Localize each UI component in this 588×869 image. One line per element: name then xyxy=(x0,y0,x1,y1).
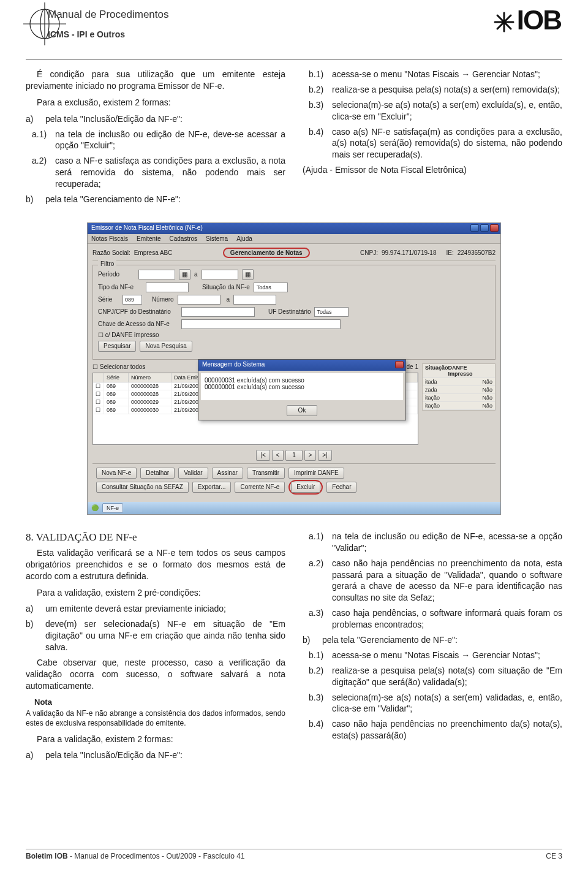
cnpj-label: CNPJ: xyxy=(360,249,378,256)
b2r-item-a1: na tela de inclusão ou edição de NF-e, a… xyxy=(303,531,562,554)
numero-input-to[interactable] xyxy=(233,295,276,305)
block2-left-column: 8. VALIDAÇÃO DE NF-e Esta validação veri… xyxy=(26,531,285,765)
nova-nfe-button[interactable]: Nova NF-e xyxy=(96,468,137,479)
chave-input[interactable] xyxy=(181,319,341,329)
b2r-item-b1: acessa-se o menu "Notas Fiscais → Gerenc… xyxy=(303,650,562,661)
text-block-2: 8. VALIDAÇÃO DE NF-e Esta validação veri… xyxy=(26,531,562,765)
menu-emitente[interactable]: Emitente xyxy=(137,235,160,242)
b2l-item-a2: pela tela "Inclusão/Edição da NF-e": xyxy=(26,749,285,761)
block1-left-column: É condição para sua utilização que um em… xyxy=(26,69,285,209)
imprimir-danfe-button[interactable]: Imprimir DANFE xyxy=(288,468,344,479)
bottom-toolbar: Nova NF-e Detalhar Validar Assinar Trans… xyxy=(92,463,496,480)
assinar-button[interactable]: Assinar xyxy=(212,468,243,479)
b1l-formas: Para a exclusão, existem 2 formas: xyxy=(26,97,285,108)
periodo-from-input[interactable] xyxy=(138,270,175,279)
exportar-button[interactable]: Exportar... xyxy=(192,482,232,493)
chave-label: Chave de Acesso da NF-e xyxy=(98,321,178,327)
excluir-button[interactable]: Excluir xyxy=(291,482,320,493)
app-window: Emissor de Nota Fiscal Eletrônica (NF-e)… xyxy=(87,222,501,515)
b1l-item-a: pela tela "Inclusão/Edição da NF-e": xyxy=(26,113,285,125)
menu-ajuda[interactable]: Ajuda xyxy=(236,235,252,242)
uf-dest-select[interactable]: Todas xyxy=(314,307,349,317)
footer-right: CE 3 xyxy=(546,852,562,860)
periodo-from-cal-icon[interactable]: ▦ xyxy=(179,269,190,280)
logo-text: IOB xyxy=(517,5,561,35)
periodo-label: Período xyxy=(98,271,135,278)
tipo-label: Tipo da NF-e xyxy=(98,284,142,290)
detalhar-button[interactable]: Detalhar xyxy=(140,468,175,479)
table-row[interactable]: zadaNão xyxy=(423,386,495,394)
sel-all-checkbox[interactable]: ☐ Selecionar todos xyxy=(92,363,145,370)
corrente-nfe-button[interactable]: Corrente NF-e xyxy=(235,482,285,493)
window-body: Razão Social: Empresa ABC Gerenciamento … xyxy=(88,244,500,502)
menu-notas-fiscais[interactable]: Notas Fiscais xyxy=(91,235,128,242)
nova-pesquisa-button[interactable]: Nova Pesquisa xyxy=(140,341,192,352)
numero-label: Número xyxy=(152,296,174,303)
nav-last-button[interactable]: >| xyxy=(318,450,331,461)
transmitir-button[interactable]: Transmitir xyxy=(247,468,285,479)
periodo-to-input[interactable] xyxy=(202,270,238,279)
dialog-line1: 000000031 excluída(s) com sucesso xyxy=(205,377,399,384)
minimize-button[interactable] xyxy=(470,224,479,232)
table-row[interactable]: itaçãoNão xyxy=(423,402,495,410)
b2l-item-b: deve(m) ser selecionada(s) NF-e em situa… xyxy=(26,618,285,653)
dialog-title: Mensagem do Sistema xyxy=(198,360,405,369)
consultar-sefaz-button[interactable]: Consultar Situação na SEFAZ xyxy=(96,482,189,493)
cnpj-dest-label: CNPJ/CPF do Destinatário xyxy=(98,308,178,315)
dialog-titlebar[interactable]: Mensagem do Sistema xyxy=(198,360,405,371)
table-row[interactable]: itaçãoNão xyxy=(423,394,495,402)
b2r-item-b2: realiza-se a pesquisa pela(s) nota(s) co… xyxy=(303,665,562,688)
periodo-a: a xyxy=(194,271,198,278)
ie-label: IE: xyxy=(446,249,453,256)
iob-logo: IOB xyxy=(494,5,561,36)
col-danfe-imp: DANFE Impresso xyxy=(448,365,492,377)
asterisk-icon xyxy=(494,12,514,32)
b1l-item-a1: na tela de inclusão ou edição de NF-e, d… xyxy=(26,129,285,152)
nav-page-button[interactable]: 1 xyxy=(285,450,303,461)
validar-button[interactable]: Validar xyxy=(178,468,208,479)
cnpj-dest-input[interactable] xyxy=(181,307,255,317)
page-header: Manual de Procedimentos ICMS - IPI e Out… xyxy=(26,0,562,60)
serie-input[interactable]: 089 xyxy=(123,295,142,305)
results-grid-right[interactable]: Situação DANFE Impresso itadaNãozadaNãoi… xyxy=(422,363,496,411)
nota-label: Nota xyxy=(34,697,285,708)
danfe-checkbox[interactable]: ☐ c/ DANFE impresso xyxy=(98,332,159,338)
col-serie: Série xyxy=(104,373,129,382)
b2r-item-b: pela tela "Gerenciamento de NF-e": xyxy=(303,634,562,646)
situacao-label: Situação da NF-e xyxy=(202,284,250,290)
header-title: Manual de Procedimentos xyxy=(48,9,169,21)
dialog-close-button[interactable] xyxy=(395,361,404,368)
numero-input[interactable] xyxy=(178,295,221,305)
header-subtitle: ICMS - IPI e Outros xyxy=(48,29,169,39)
filtro-fieldset: Filtro Período ▦ a ▦ Tipo da NF-e Situaç… xyxy=(92,265,496,360)
b2l-item-a: um emitente deverá estar previamente ini… xyxy=(26,603,285,615)
maximize-button[interactable] xyxy=(480,224,489,232)
filtro-legend: Filtro xyxy=(98,260,116,267)
pesquisar-button[interactable]: Pesquisar xyxy=(98,341,136,352)
close-button[interactable] xyxy=(490,224,499,232)
table-row[interactable]: itadaNão xyxy=(423,378,495,386)
situacao-select[interactable]: Todas xyxy=(254,283,288,292)
nav-prev-button[interactable]: < xyxy=(272,450,284,461)
b2r-item-b4: caso não haja pendências no preenchiment… xyxy=(303,718,562,742)
menu-cadastros[interactable]: Cadastros xyxy=(169,235,197,242)
col-check xyxy=(93,373,104,382)
fechar-button[interactable]: Fechar xyxy=(326,482,356,493)
footer-left: Boletim IOB - Manual de Procedimentos - … xyxy=(26,852,244,860)
window-title: Emissor de Nota Fiscal Eletrônica (NF-e) xyxy=(88,223,500,232)
numero-a: a xyxy=(227,296,230,303)
razao-label: Razão Social: xyxy=(92,249,130,256)
serie-label: Série xyxy=(98,296,119,303)
razao-value: Empresa ABC xyxy=(134,249,173,256)
nav-next-button[interactable]: > xyxy=(304,450,317,461)
nav-first-button[interactable]: |< xyxy=(256,450,270,461)
periodo-to-cal-icon[interactable]: ▦ xyxy=(242,269,254,280)
menu-sistema[interactable]: Sistema xyxy=(206,235,228,242)
b2l-p4: Para a validação, existem 2 formas: xyxy=(26,734,285,745)
start-icon[interactable]: 🟢 xyxy=(91,504,99,511)
taskbar-item-nfe[interactable]: NF-e xyxy=(102,503,123,513)
tipo-select[interactable] xyxy=(146,283,189,292)
window-titlebar[interactable]: Emissor de Nota Fiscal Eletrônica (NF-e) xyxy=(88,223,500,234)
dialog-ok-button[interactable]: Ok xyxy=(287,405,318,416)
ie-value: 224936507B2 xyxy=(458,249,496,256)
